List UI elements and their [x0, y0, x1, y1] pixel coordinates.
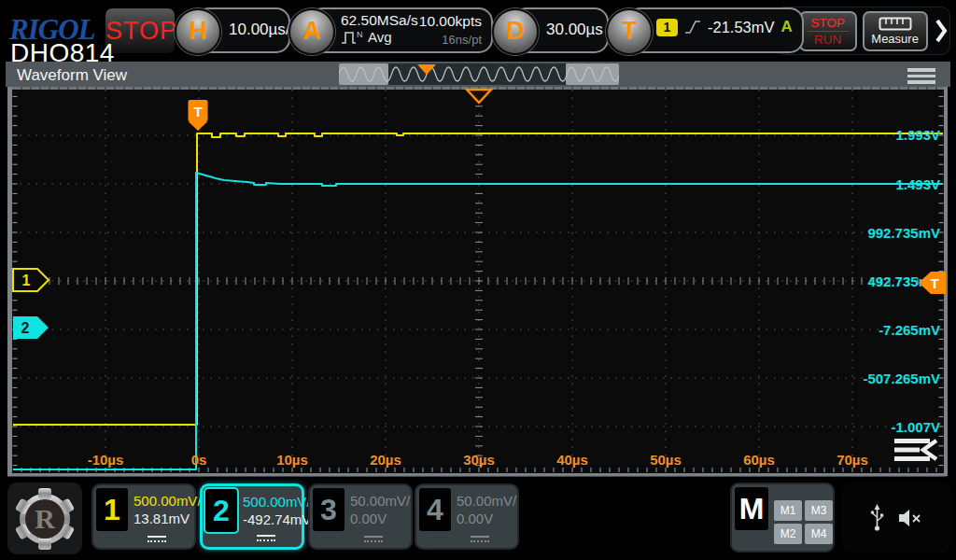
- waveform-grid-svg: T12-10µs0s10µs20µs30µs40µs50µs60µs70µs1.…: [0, 87, 956, 477]
- sample-rate: 62.50MSa/s: [341, 12, 418, 29]
- channel-4-coupling-icon: [471, 536, 489, 542]
- volt-label: 992.735mV: [867, 225, 940, 241]
- math-m3-button[interactable]: M3: [805, 500, 833, 521]
- channel-3-number: 3: [313, 488, 344, 531]
- settings-gear-button[interactable]: R: [7, 483, 82, 554]
- measure-button[interactable]: Measure: [863, 11, 928, 51]
- usb-icon: [870, 504, 884, 532]
- io-status-panel: [842, 483, 951, 553]
- measure-label: Measure: [871, 33, 919, 45]
- channel-1-scale: 500.00mV/: [134, 492, 202, 510]
- run-label: RUN: [814, 33, 841, 47]
- acquisition-knob[interactable]: A: [288, 8, 335, 55]
- math-key: M: [735, 487, 768, 530]
- channel-2-coupling-icon: [257, 535, 275, 541]
- channel-2-box[interactable]: 2 500.00mV/ -492.74mV: [200, 483, 304, 550]
- ch1-marker-label: 1: [22, 273, 31, 288]
- timebase-overview-strip[interactable]: [339, 63, 619, 89]
- trigger-level-value: -21.53mV: [708, 19, 775, 36]
- math-m4-button[interactable]: M4: [805, 524, 833, 544]
- channel-3-coupling-icon: [364, 536, 383, 542]
- menu-icon-bar: [907, 75, 935, 78]
- menu-bar: [894, 448, 920, 453]
- grid-bottom-edge: [7, 473, 947, 477]
- rising-edge-icon: [684, 19, 701, 35]
- time-label: 20µs: [370, 452, 401, 468]
- acquisition-group: 62.50MSa/s N Avg 10.00kpts 16ns/pt A: [288, 0, 493, 62]
- svg-text:N: N: [357, 30, 363, 39]
- strip-outside-left: [339, 63, 388, 85]
- speaker-muted-icon: [899, 509, 923, 527]
- time-label: 40µs: [556, 452, 588, 468]
- channel-4-offset: 0.00V: [457, 510, 516, 528]
- trigger-pill[interactable]: 1 -21.53mV A: [626, 7, 804, 53]
- time-label: 10µs: [276, 452, 308, 468]
- ruler-icon: [879, 17, 912, 31]
- time-label: 60µs: [743, 452, 775, 468]
- math-m2-button[interactable]: M2: [774, 524, 802, 544]
- channel-2-scale: 500.00mV/: [243, 493, 311, 511]
- horizontal-knob[interactable]: H: [175, 8, 221, 55]
- channel-1-number: 1: [96, 488, 128, 531]
- channel-4-number: 4: [419, 488, 451, 531]
- svg-text:R: R: [35, 503, 55, 534]
- math-panel[interactable]: M M1 M2 M3 M4: [730, 483, 835, 553]
- horizontal-group: 10.00µs/ H: [175, 0, 290, 62]
- volt-label: 1.493V: [895, 176, 940, 192]
- channel-1-coupling-icon: [148, 536, 166, 542]
- waveform-view-header: Waveform View: [6, 62, 950, 87]
- menu-icon-bar: [907, 80, 935, 84]
- channel-3-offset: 0.00V: [350, 510, 410, 528]
- sample-interval: 16ns/pt: [419, 30, 482, 47]
- bottom-status-bar: R 1 500.00mV/ 13.81mV 2 500.00mV/ -492.7…: [0, 477, 956, 560]
- time-label: -10µs: [88, 452, 124, 468]
- acquisition-mode: Avg: [368, 29, 392, 45]
- run-state-indicator[interactable]: STOP: [105, 8, 175, 53]
- trigger-knob[interactable]: T: [606, 8, 653, 55]
- menu-icon-bar: [907, 68, 935, 72]
- delay-group: 30.00µs D: [492, 0, 609, 62]
- pulse-avg-icon: N: [341, 29, 363, 45]
- gear-logo-icon: R: [14, 488, 76, 550]
- time-label: 50µs: [650, 452, 682, 468]
- memory-depth: 10.00kpts: [419, 12, 482, 30]
- channel-1-offset: 13.81mV: [134, 510, 202, 528]
- trigger-group: 1 -21.53mV A T: [606, 0, 804, 62]
- volt-label: -1.007V: [891, 419, 940, 435]
- top-status-bar: RIGOL STOP 10.00µs/ H 62.50MSa/s N Avg: [0, 0, 956, 62]
- stop-run-button[interactable]: STOP RUN: [799, 11, 857, 51]
- waveform-grid-area: T12-10µs0s10µs20µs30µs40µs50µs60µs70µs1.…: [0, 87, 956, 477]
- menu-icon[interactable]: [907, 68, 935, 84]
- channel-1-box[interactable]: 1 500.00mV/ 13.81mV: [91, 483, 196, 550]
- math-m1-button[interactable]: M1: [774, 500, 802, 521]
- chevron-right-icon[interactable]: [934, 17, 948, 45]
- model-name: DHO814: [10, 38, 115, 68]
- menu-bar: [894, 439, 930, 443]
- channel-2-offset: -492.74mV: [243, 511, 311, 529]
- time-label: 0s: [191, 452, 207, 468]
- channel-3-box[interactable]: 3 50.00mV/ 0.00V: [308, 483, 413, 550]
- stop-label: STOP: [810, 16, 845, 30]
- ch2-marker-label: 2: [21, 320, 30, 336]
- volt-label: -7.265mV: [879, 322, 940, 338]
- channel-4-box[interactable]: 4 50.00mV/ 0.00V: [415, 483, 519, 550]
- acquisition-pill[interactable]: 62.50MSa/s N Avg 10.00kpts 16ns/pt: [309, 7, 493, 53]
- timebase-strip-svg: [339, 63, 619, 85]
- volt-label: -507.265mV: [863, 371, 940, 386]
- trigger-flag-label: T: [193, 104, 202, 119]
- time-label: 30µs: [463, 452, 495, 468]
- volt-label: 1.993V: [895, 127, 940, 143]
- delay-knob[interactable]: D: [492, 8, 539, 55]
- time-label: 70µs: [836, 452, 868, 468]
- channel-3-scale: 50.00mV/: [350, 492, 410, 510]
- trigger-level-label: T: [930, 275, 938, 291]
- channel-4-scale: 50.00mV/: [457, 492, 516, 510]
- trigger-source-badge: 1: [656, 19, 678, 36]
- stop-run-divider: [808, 31, 849, 32]
- menu-bar: [894, 456, 930, 461]
- time-axis-labels: -10µs0s10µs20µs30µs40µs50µs60µs70µs: [88, 452, 868, 468]
- strip-window: [388, 63, 566, 85]
- grid-left-edge: [7, 87, 12, 476]
- trigger-sweep-mode: A: [781, 18, 793, 36]
- channel-2-number: 2: [205, 489, 237, 532]
